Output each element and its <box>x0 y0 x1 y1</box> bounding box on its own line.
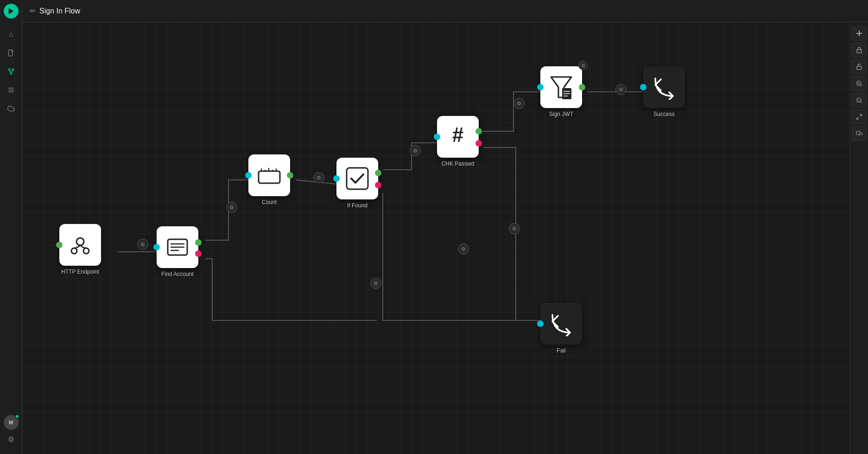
node-http-endpoint-label: HTTP Endpoint <box>61 269 99 275</box>
settings-icon[interactable]: ⚙ <box>4 432 19 447</box>
svg-text:#: # <box>452 124 463 146</box>
svg-point-14 <box>76 238 84 245</box>
edge-gear-4[interactable]: ⚙ <box>410 145 421 156</box>
svg-line-5 <box>9 70 11 72</box>
svg-point-15 <box>71 248 77 254</box>
flow-canvas[interactable]: ⚙ ⚙ ⚙ ⚙ ⚙ ⚙ ⚙ ⚙ ⚙ HTTP Endpoint <box>22 22 868 454</box>
toolbar-fit-btn[interactable] <box>852 109 867 124</box>
node-fail[interactable]: Fail <box>540 303 582 354</box>
node-if-found-label: If Found <box>347 202 367 209</box>
edge-gear-7[interactable]: ⚙ <box>370 278 381 289</box>
toolbar-upload-btn[interactable] <box>852 126 867 141</box>
edge-gear-1[interactable]: ⚙ <box>137 239 148 250</box>
svg-point-3 <box>12 69 14 70</box>
toolbar-zoom-in-btn[interactable] <box>852 76 867 91</box>
edge-gear-6[interactable]: ⚙ <box>458 243 469 255</box>
edit-icon[interactable]: ✏ <box>30 6 36 15</box>
node-sign-jwt-gear[interactable]: ⚙ <box>578 61 588 70</box>
svg-line-43 <box>860 102 862 103</box>
node-http-endpoint[interactable]: HTTP Endpoint <box>59 224 101 275</box>
node-count[interactable]: Count <box>248 154 290 205</box>
toolbar-add-btn[interactable] <box>852 26 867 41</box>
svg-rect-21 <box>259 171 280 183</box>
svg-line-45 <box>860 115 862 116</box>
svg-line-6 <box>11 70 13 72</box>
svg-rect-36 <box>856 50 862 52</box>
sidebar-item-file[interactable] <box>3 45 19 61</box>
main-area: ✏ Sign In Flow ⚙ <box>22 0 868 454</box>
node-chk-passwd[interactable]: # CHK Passwd <box>437 116 479 167</box>
node-find-account[interactable]: Find Account <box>157 226 198 277</box>
svg-point-4 <box>10 72 12 74</box>
svg-line-46 <box>856 117 858 119</box>
svg-rect-37 <box>856 66 862 69</box>
svg-line-39 <box>860 85 862 86</box>
app-logo[interactable] <box>4 4 19 19</box>
avatar-badge <box>15 414 19 419</box>
toolbar-zoom-out-btn[interactable] <box>852 93 867 108</box>
right-toolbar <box>849 22 868 454</box>
node-success[interactable]: Success <box>643 66 685 117</box>
avatar[interactable]: M <box>4 415 19 430</box>
edge-gear-2[interactable]: ⚙ <box>226 202 237 213</box>
node-fail-label: Fail <box>557 347 565 354</box>
svg-point-16 <box>83 248 89 254</box>
connections-layer <box>22 22 868 454</box>
toolbar-lock-btn[interactable] <box>852 43 867 58</box>
node-find-account-label: Find Account <box>161 271 193 277</box>
edge-gear-5[interactable]: ⚙ <box>513 98 525 109</box>
edge-gear-8[interactable]: ⚙ <box>509 223 520 234</box>
sidebar-item-flow[interactable] <box>3 63 19 80</box>
toolbar-unlock-btn[interactable] <box>852 59 867 74</box>
sidebar-item-cloud[interactable] <box>3 100 19 117</box>
sidebar: ⌂ M ⚙ <box>0 0 22 454</box>
svg-marker-0 <box>8 8 13 14</box>
edge-gear-sign-jwt[interactable]: ⚙ <box>615 84 627 95</box>
node-chk-passwd-label: CHK Passwd <box>442 160 475 167</box>
edge-gear-3[interactable]: ⚙ <box>313 172 324 183</box>
svg-point-2 <box>8 69 10 70</box>
node-success-label: Success <box>653 111 674 117</box>
sidebar-item-home[interactable]: ⌂ <box>3 26 19 43</box>
node-count-label: Count <box>262 199 277 205</box>
header: ✏ Sign In Flow <box>22 0 868 22</box>
svg-rect-27 <box>347 168 368 189</box>
node-if-found[interactable]: If Found <box>336 158 378 209</box>
node-sign-jwt[interactable]: ⚙ Sign JWT <box>540 66 582 117</box>
page-title: Sign In Flow <box>39 7 80 15</box>
sidebar-item-list[interactable] <box>3 82 19 98</box>
node-sign-jwt-label: Sign JWT <box>549 111 573 117</box>
